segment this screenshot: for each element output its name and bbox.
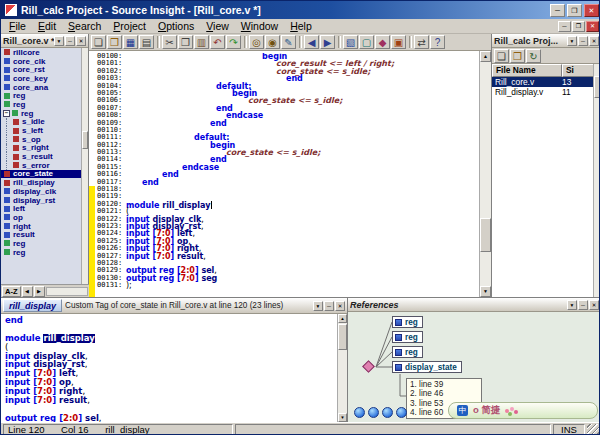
menu-view[interactable]: View <box>200 20 235 32</box>
panel-minimize-icon[interactable]: ─ <box>65 36 75 46</box>
editor-line[interactable]: 00113:core_state <= s_idle; <box>89 149 479 156</box>
scroll-up-icon[interactable]: ▲ <box>338 314 347 323</box>
editor-line[interactable]: 00110: <box>89 127 479 134</box>
panel-minimize-icon[interactable]: ─ <box>578 36 588 46</box>
search-files-icon[interactable]: ◉ <box>265 35 280 49</box>
panel-close-icon[interactable]: ✕ <box>589 36 599 46</box>
editor-line[interactable]: 00107:end <box>89 105 479 112</box>
context-line[interactable]: end <box>5 316 337 325</box>
symbol-item-core_rst[interactable]: core_rst <box>1 65 81 74</box>
editor-line[interactable]: 00131:); <box>89 282 479 289</box>
symbol-item-display_rst[interactable]: display_rst <box>1 196 81 205</box>
panel-menu-icon[interactable]: ▾ <box>567 300 577 310</box>
symbol-item-reg[interactable]: −reg <box>1 109 81 118</box>
symbol-window-icon[interactable]: ▧ <box>343 35 358 49</box>
column-header-file-name[interactable]: File Name <box>492 64 562 77</box>
editor-line[interactable]: 00109:end <box>89 120 479 127</box>
project-window-icon[interactable]: ▣ <box>391 35 406 49</box>
symbol-item-display_clk[interactable]: display_clk <box>1 187 81 196</box>
panel-menu-icon[interactable]: ▾ <box>567 36 577 46</box>
editor-line[interactable]: 00103:end <box>89 75 479 82</box>
help-icon[interactable]: ? <box>430 35 445 49</box>
reference-node-reg[interactable]: reg <box>392 316 423 328</box>
panel-close-icon[interactable]: ✕ <box>76 36 86 46</box>
reference-node-reg[interactable]: reg <box>392 346 423 358</box>
symbol-list-scrollbar[interactable] <box>81 48 88 284</box>
code-editor[interactable]: 00100:begin00101:core_result <= left / r… <box>89 51 491 297</box>
menu-edit[interactable]: Edit <box>32 20 62 32</box>
editor-line[interactable]: 00120:module rill_display <box>89 201 479 208</box>
open-file-icon[interactable]: ❐ <box>510 49 525 63</box>
editor-line[interactable] <box>89 290 479 297</box>
scrollbar-thumb[interactable] <box>338 324 347 350</box>
symbol-item-rill_display[interactable]: rill_display <box>1 178 81 187</box>
symbol-item-core_clk[interactable]: core_clk <box>1 57 81 66</box>
scrollbar-thumb[interactable] <box>82 131 88 149</box>
save-file-icon[interactable]: ▦ <box>123 35 138 49</box>
mdi-restore-button[interactable]: ❐ <box>572 21 585 32</box>
ime-toolbar[interactable]: 中 o 简捷 <box>448 402 598 419</box>
sort-alpha-button[interactable]: A-Z <box>2 286 21 297</box>
menu-window[interactable]: Window <box>235 20 284 32</box>
symbol-item-left[interactable]: left <box>1 204 81 213</box>
new-file-icon[interactable]: ❏ <box>494 49 509 63</box>
mdi-minimize-button[interactable]: ─ <box>558 21 571 32</box>
refresh-icon[interactable]: ↻ <box>526 49 541 63</box>
symbol-item-reg[interactable]: reg <box>1 239 81 248</box>
open-file-icon[interactable]: ❐ <box>107 35 122 49</box>
context-line[interactable]: input [7:0] result, <box>5 396 337 405</box>
editor-line[interactable]: 00108:endcase <box>89 112 479 119</box>
resize-grip[interactable] <box>587 424 599 435</box>
symbol-item-s_result[interactable]: s_result <box>1 152 81 161</box>
undo-icon[interactable]: ↶ <box>210 35 225 49</box>
editor-line[interactable]: 00114:end <box>89 156 479 163</box>
reference-node-display_state[interactable]: display_state <box>392 361 462 373</box>
symbol-item-right[interactable]: right <box>1 222 81 231</box>
editor-line[interactable]: 00115:endcase <box>89 164 479 171</box>
mdi-close-button[interactable]: ✕ <box>586 21 599 32</box>
context-line[interactable]: output reg [2:0] sel, <box>5 414 337 422</box>
ime-tool-icon[interactable] <box>368 407 379 418</box>
symbol-item-s_left[interactable]: s_left <box>1 126 81 135</box>
editor-line[interactable]: 00102:core_state <= s_idle; <box>89 68 479 75</box>
symbol-item-reg[interactable]: reg <box>1 248 81 257</box>
new-file-icon[interactable]: ❏ <box>91 35 106 49</box>
context-code-preview[interactable]: endmodule rill_display(input display_clk… <box>1 316 337 422</box>
replace-icon[interactable]: ✎ <box>281 35 296 49</box>
menu-project[interactable]: Project <box>107 20 152 32</box>
editor-vertical-scrollbar[interactable]: ▲ ▼ <box>479 51 491 297</box>
redo-icon[interactable]: ↷ <box>226 35 241 49</box>
editor-line[interactable]: 00111:default: <box>89 134 479 141</box>
minimize-button[interactable]: ─ <box>550 4 565 17</box>
symbol-item-rillcore[interactable]: rillcore <box>1 48 81 57</box>
context-line[interactable]: module rill_display <box>5 334 337 343</box>
search-icon[interactable]: ◎ <box>249 35 264 49</box>
symbol-item-op[interactable]: op <box>1 213 81 222</box>
scroll-down-icon[interactable]: ▼ <box>480 286 491 297</box>
reference-node-reg[interactable]: reg <box>392 331 423 343</box>
copy-icon[interactable]: ❐ <box>178 35 193 49</box>
go-forward-icon[interactable]: ▶ <box>320 35 335 49</box>
panel-menu-icon[interactable]: ▾ <box>313 301 323 311</box>
occurrence-line[interactable]: 2. line 46 <box>410 389 478 398</box>
file-compare-icon[interactable]: ⇄ <box>414 35 429 49</box>
symbol-item-reg[interactable]: reg <box>1 100 81 109</box>
scroll-down-icon[interactable]: ▼ <box>338 413 347 422</box>
ime-tool-icon[interactable] <box>396 407 407 418</box>
symbol-item-s_op[interactable]: s_op <box>1 135 81 144</box>
panel-menu-icon[interactable]: ▾ <box>54 36 64 46</box>
occurrence-line[interactable]: 1. line 39 <box>410 380 478 389</box>
menu-help[interactable]: Help <box>284 20 318 32</box>
print-icon[interactable]: ▤ <box>139 35 154 49</box>
ime-tool-icon[interactable] <box>382 407 393 418</box>
file-row[interactable]: Rill_display.v11 <box>492 87 593 97</box>
symbol-item-core_ana[interactable]: core_ana <box>1 83 81 92</box>
cut-icon[interactable]: ✂ <box>162 35 177 49</box>
editor-line[interactable]: 00127:input [7:0] result, <box>89 253 479 260</box>
context-symbol-tab[interactable]: rill_display <box>3 299 62 312</box>
panel-close-icon[interactable]: ✕ <box>589 300 599 310</box>
scroll-left-icon[interactable]: ◀ <box>22 286 33 297</box>
file-row[interactable]: Rill_core.v13 <box>492 77 593 87</box>
panel-minimize-icon[interactable]: ─ <box>324 301 334 311</box>
file-list-scrollbar[interactable] <box>593 64 600 297</box>
